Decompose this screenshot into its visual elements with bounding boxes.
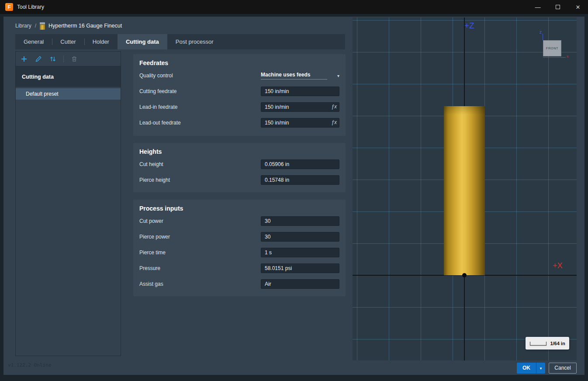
breadcrumb-library-link[interactable]: Library [15,23,31,29]
field-label: Cutting feedrate [139,88,176,94]
sort-arrows-icon [49,55,56,62]
toolbar-divider [63,55,64,62]
view-cube-z-label: z [540,30,542,35]
maximize-button[interactable] [548,0,568,14]
field-label: Lead-out feedrate [139,120,181,126]
titlebar: F Tool Library — ✕ [0,0,588,14]
close-button[interactable]: ✕ [568,0,588,14]
window-controls: — ✕ [528,0,588,14]
tab-cutting-data[interactable]: Cutting data [118,34,167,49]
presets-group-header[interactable]: Cutting data [16,66,121,87]
edit-preset-button[interactable] [35,55,42,63]
scale-indicator: 1/64 in [526,337,569,350]
field-row-pierce-height: Pierce height [133,172,346,188]
field-label: Quality control [139,73,173,79]
field-row-lead-in-feedrate: Lead-in feedrate ƒx [133,99,346,115]
ok-dropdown-button[interactable]: ▾ [536,363,545,374]
tab-bar: General Cutter Holder Cutting data Post … [15,34,345,49]
chevron-down-icon: ▾ [540,366,542,371]
field-row-cut-power: Cut power [133,213,346,229]
scale-label: 1/64 in [550,341,565,346]
breadcrumb-tool-name: Hypertherm 16 Gauge Finecut [48,23,122,29]
cut-height-input[interactable] [261,159,339,169]
section-heights: Heights Cut height Pierce height [133,143,346,192]
tool-cylinder [444,106,485,275]
chevron-down-icon: ▾ [337,73,339,78]
lead-out-feedrate-input[interactable] [261,118,339,128]
field-row-lead-out-feedrate: Lead-out feedrate ƒx [133,115,346,131]
tab-holder[interactable]: Holder [84,34,118,49]
plus-icon [21,55,28,62]
tab-label: Holder [93,38,109,45]
tool-icon [40,22,45,30]
field-label: Assist gas [139,281,163,287]
breadcrumb: Library / Hypertherm 16 Gauge Finecut [15,21,122,31]
app-icon-letter: F [8,4,11,10]
tab-label: Cutter [60,38,76,45]
trash-icon [71,55,78,62]
field-row-assist-gas: Assist gas [133,276,346,292]
field-row-cutting-feedrate: Cutting feedrate [133,83,346,99]
quality-control-select[interactable]: Machine uses feeds ▾ [261,71,339,80]
presets-panel: Cutting data Default preset [15,51,121,356]
tab-label: Post processor [176,38,214,45]
tool-preview-viewport[interactable]: +Z +X z FRONT x 1/64 in [353,17,577,360]
field-row-quality-control: Quality control Machine uses feeds ▾ [133,68,346,83]
add-preset-button[interactable] [20,55,28,63]
cut-power-input[interactable] [261,216,339,226]
field-label: Lead-in feedrate [139,104,177,110]
close-icon: ✕ [576,4,581,10]
minimize-button[interactable]: — [528,0,548,14]
presets-toolbar [16,52,121,66]
section-title-heights: Heights [133,146,346,156]
field-row-pierce-time: Pierce time [133,245,346,260]
pencil-icon [35,55,42,62]
tab-label: Cutting data [126,38,159,45]
delete-preset-button[interactable] [70,55,78,63]
field-label: Pierce time [139,249,166,256]
select-value: Machine uses feeds [261,72,327,80]
pierce-height-input[interactable] [261,175,339,185]
field-label: Pressure [139,265,160,271]
view-cube-front-label: FRONT [546,46,558,50]
maximize-icon [556,5,560,9]
reorder-presets-button[interactable] [49,55,57,63]
origin-point [462,273,467,277]
version-label: v1.122.2 Online [8,362,51,368]
view-cube-z-axis [543,34,543,40]
pressure-input[interactable] [261,263,339,273]
field-label: Pierce height [139,177,170,183]
tab-label: General [24,38,44,45]
footer-buttons: OK ▾ Cancel [517,363,577,374]
cancel-button[interactable]: Cancel [549,363,577,374]
preset-item-default[interactable]: Default preset [16,88,121,100]
assist-gas-input[interactable] [261,279,339,289]
presets-group-label: Cutting data [22,74,54,80]
tab-post-processor[interactable]: Post processor [167,34,222,49]
tab-general[interactable]: General [15,34,52,49]
field-label: Cut height [139,161,163,167]
pierce-power-input[interactable] [261,232,339,242]
fusion-app-icon: F [5,3,13,11]
field-label: Cut power [139,218,163,224]
x-axis-label: +X [553,261,563,270]
field-row-cut-height: Cut height [133,156,346,172]
view-cube[interactable]: z FRONT x [538,30,569,61]
cutting-feedrate-input[interactable] [261,87,339,96]
window-title: Tool Library [17,4,44,10]
ok-button[interactable]: OK [517,363,536,374]
ruler-icon [529,341,547,346]
section-title-process-inputs: Process inputs [133,203,346,213]
preset-item-label: Default preset [26,91,59,97]
pierce-time-input[interactable] [261,248,339,257]
breadcrumb-separator: / [35,23,36,29]
field-row-pressure: Pressure [133,260,346,276]
tab-cutter[interactable]: Cutter [52,34,84,49]
view-cube-x-label: x [567,54,569,59]
section-process-inputs: Process inputs Cut power Pierce power Pi… [133,200,346,296]
tool-library-dialog: Library / Hypertherm 16 Gauge Finecut Ge… [3,17,585,375]
lead-in-feedrate-input[interactable] [261,102,339,112]
view-cube-front-face[interactable]: FRONT [543,40,561,56]
field-row-pierce-power: Pierce power [133,229,346,245]
section-feedrates: Feedrates Quality control Machine uses f… [133,54,346,136]
